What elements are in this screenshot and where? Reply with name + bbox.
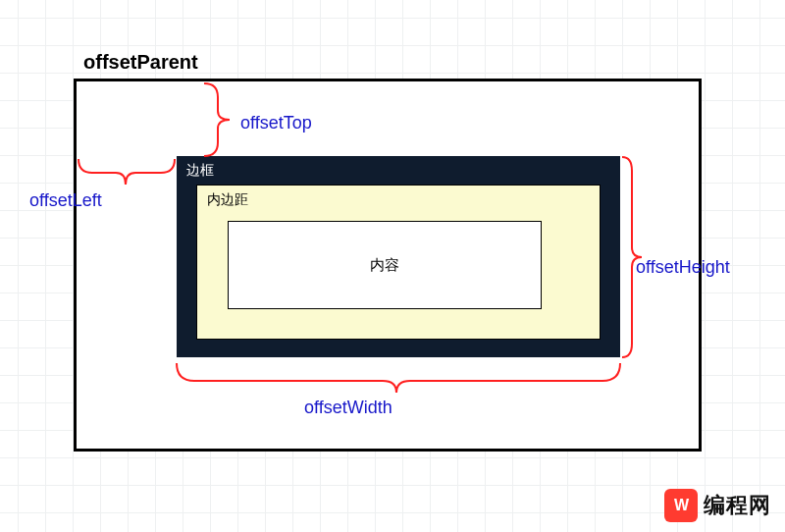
content-box: 内容 <box>228 221 542 309</box>
offsetwidth-label: offsetWidth <box>304 398 392 418</box>
offsetheight-label: offsetHeight <box>636 257 730 278</box>
offsettop-label: offsetTop <box>240 113 312 133</box>
watermark-text: 编程网 <box>704 491 771 520</box>
offsetleft-label: offsetLeft <box>29 190 102 211</box>
content-label: 内容 <box>370 256 399 275</box>
border-label: 边框 <box>186 162 214 180</box>
watermark: W 编程网 <box>664 489 771 522</box>
padding-label: 内边距 <box>207 191 248 209</box>
watermark-badge-icon: W <box>664 489 698 522</box>
offsetparent-label: offsetParent <box>83 51 198 74</box>
diagram-stage: offsetParent 边框 内边距 内容 offsetTop offsetL… <box>0 0 785 532</box>
